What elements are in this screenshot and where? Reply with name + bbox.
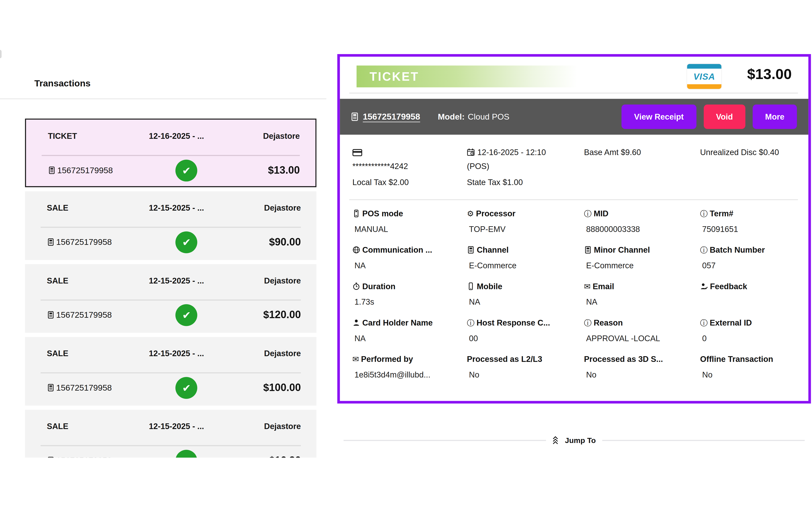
base-amount-cell: Base Amt $9.60 — [584, 145, 700, 189]
person-icon — [352, 319, 360, 327]
transaction-channel-pos: (POS) — [467, 159, 584, 173]
transaction-row-sale-4[interactable]: SALE 12-15-2025 - ... Dejastore 15672517… — [25, 410, 316, 458]
transaction-amount: $16.90 — [269, 454, 301, 458]
transaction-amount: $120.00 — [263, 309, 301, 321]
edge-artifact — [0, 50, 1, 58]
transaction-id: 156725179958 — [48, 166, 113, 175]
field-batch-number: Batch Number 057 — [700, 245, 796, 270]
field-term: Term# 75091651 — [700, 209, 796, 234]
terminal-icon — [48, 166, 56, 174]
field-reason: Reason APPROVAL -LOCAL — [584, 318, 700, 343]
local-tax: Local Tax $2.00 — [352, 175, 467, 189]
field-external-id: External ID 0 — [700, 318, 796, 343]
transaction-datetime: 12-16-2025 - 12:10 — [477, 148, 546, 157]
summary-row: ************4242 Local Tax $2.00 12-16-2… — [352, 145, 796, 189]
transaction-type: TICKET — [48, 131, 126, 141]
transaction-type: SALE — [47, 421, 125, 431]
field-processor: Processor TOP-EMV — [467, 209, 584, 234]
visa-top-band — [687, 64, 721, 69]
transaction-store: Dejastore — [228, 203, 301, 213]
terminal-icon — [584, 246, 592, 254]
approved-check-icon — [175, 231, 197, 253]
field-host-response-code: Host Response C... 00 — [467, 318, 584, 343]
approved-check-icon — [175, 377, 197, 398]
field-pos-mode: POS mode MANUAL — [352, 209, 467, 234]
banner-divider — [349, 93, 798, 93]
transaction-type: SALE — [47, 203, 125, 213]
toolbar-buttons: View Receipt Void More — [621, 105, 797, 129]
approved-check-icon — [175, 159, 197, 181]
field-performed-by: Performed by 1e8i5t3d4m@illubd... — [352, 354, 467, 380]
credit-card-icon — [352, 148, 363, 156]
field-processed-l2l3: Processed as L2/L3 No — [467, 354, 584, 380]
field-mid: MID 888000003338 — [584, 209, 700, 234]
transaction-amount: $100.00 — [263, 382, 301, 394]
field-processed-3ds: Processed as 3D S... No — [584, 354, 700, 380]
transaction-row-values: 156725179958 $16.90 — [47, 446, 301, 458]
transaction-row-values: 156725179958 $13.00 — [48, 156, 300, 185]
summary-divider — [349, 199, 798, 200]
field-communication: Communication ... NA — [352, 245, 467, 270]
unrealized-discount: Unrealized Disc $0.40 — [700, 145, 796, 159]
jump-to-label: Jump To — [565, 436, 596, 444]
transactions-list: TICKET 12-16-2025 - ... Dejastore 156725… — [25, 118, 316, 458]
transaction-date: 12-16-2025 - ... — [126, 131, 227, 141]
model-label: Model: — [438, 112, 465, 121]
transaction-id-link[interactable]: 156725179958 — [363, 112, 420, 122]
transaction-row-sale-3[interactable]: SALE 12-15-2025 - ... Dejastore 15672517… — [25, 337, 316, 406]
transaction-row-values: 156725179958 $100.00 — [47, 373, 301, 402]
view-receipt-button[interactable]: View Receipt — [621, 105, 696, 129]
timer-icon — [352, 282, 360, 290]
more-button[interactable]: More — [753, 105, 797, 129]
transaction-row-header: SALE 12-15-2025 - ... Dejastore — [25, 264, 316, 285]
transaction-row-ticket[interactable]: TICKET 12-16-2025 - ... Dejastore 156725… — [25, 118, 316, 187]
info-icon — [700, 319, 708, 327]
detail-fields-grid: POS mode MANUAL Processor TOP-EMV MID 88… — [352, 209, 796, 380]
info-icon — [584, 209, 592, 217]
jump-to-line-left — [344, 440, 546, 441]
model-info: Model: Cloud POS — [438, 112, 509, 121]
field-mobile: Mobile NA — [467, 281, 584, 307]
transaction-date: 12-15-2025 - ... — [125, 276, 228, 286]
terminal-icon — [47, 456, 55, 458]
transactions-title: Transactions — [34, 78, 91, 89]
base-amount: Base Amt $9.60 — [584, 145, 700, 159]
detail-amount: $13.00 — [747, 66, 792, 83]
transaction-date: 12-15-2025 - ... — [125, 348, 228, 358]
transaction-store: Dejastore — [228, 421, 301, 431]
info-icon — [700, 209, 708, 217]
terminal-icon — [47, 311, 55, 319]
transaction-store: Dejastore — [228, 348, 301, 358]
mobile-icon — [467, 282, 475, 290]
datetime-cell: 12-16-2025 - 12:10 (POS) State Tax $1.00 — [467, 145, 584, 189]
transaction-row-header: TICKET 12-16-2025 - ... Dejastore — [26, 120, 315, 141]
transaction-id: 156725179958 — [47, 310, 112, 320]
info-icon — [584, 319, 592, 327]
transaction-store: Dejastore — [228, 276, 301, 286]
app-root: Transactions TICKET 12-16-2025 - ... Dej… — [0, 0, 812, 507]
ticket-banner-title: TICKET — [370, 69, 419, 83]
gear-icon — [467, 209, 474, 217]
transaction-row-sale-2[interactable]: SALE 12-15-2025 - ... Dejastore 15672517… — [25, 264, 316, 333]
unrealized-discount-cell: Unrealized Disc $0.40 — [700, 145, 796, 189]
ticket-banner: TICKET — [357, 65, 577, 87]
field-offline-transaction: Offline Transaction No — [700, 354, 796, 380]
panel-divider — [0, 98, 326, 99]
jump-to[interactable]: Jump To — [344, 436, 805, 445]
terminal-icon — [47, 238, 55, 246]
terminal-icon — [47, 384, 55, 392]
transaction-date: 12-15-2025 - ... — [125, 421, 228, 431]
transaction-type: SALE — [47, 276, 125, 286]
card-summary-cell: ************4242 Local Tax $2.00 — [352, 145, 467, 189]
model-value: Cloud POS — [468, 112, 509, 121]
field-duration: Duration 1.73s — [352, 281, 467, 307]
field-email: Email NA — [584, 281, 700, 307]
transaction-id: 156725179958 — [47, 383, 112, 392]
globe-icon — [352, 246, 360, 254]
transaction-row-sale-1[interactable]: SALE 12-15-2025 - ... Dejastore 15672517… — [25, 191, 316, 260]
chevrons-up-icon — [552, 436, 559, 445]
visa-wordmark: VISA — [687, 72, 721, 81]
visa-bottom-band — [687, 84, 721, 89]
approved-check-icon — [175, 450, 197, 458]
void-button[interactable]: Void — [704, 105, 745, 129]
